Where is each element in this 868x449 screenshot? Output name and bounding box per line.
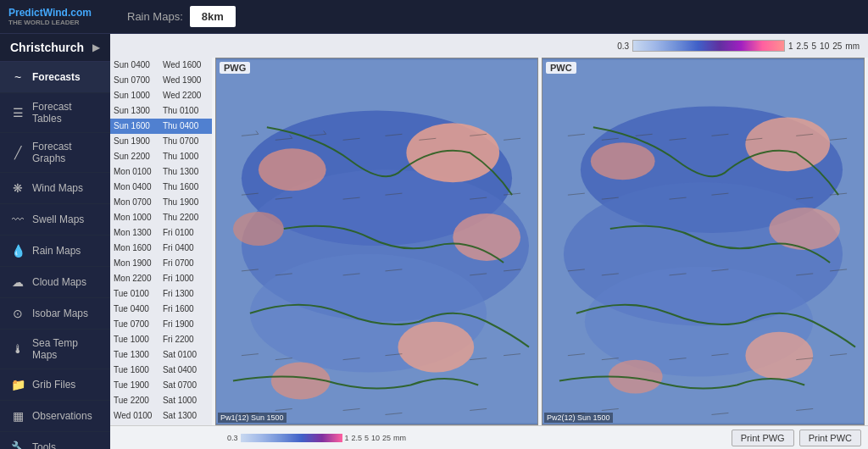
time-left-17: Tue 0700 (114, 319, 163, 330)
scale-val-1: 0.3 (617, 42, 629, 51)
time-row-1[interactable]: Sun 0700 Wed 1900 (110, 73, 212, 88)
sidebar-item-forecasts[interactable]: ~ Forecasts (0, 62, 110, 93)
map-footer-pwc: Pw2(12) Sun 1500 (544, 413, 613, 423)
time-row-3[interactable]: Sun 1300 Thu 0100 (110, 103, 212, 119)
sidebar-item-isobar-maps[interactable]: ⊙ Isobar Maps (0, 298, 110, 330)
time-right-21: Sat 0700 (163, 380, 209, 391)
location-name: Christchurch (10, 41, 84, 54)
map-footer-pwg: Pw1(12) Sun 1500 (218, 413, 287, 423)
sidebar-item-sea-temp-maps[interactable]: 🌡 Sea Temp Maps (0, 330, 110, 369)
time-right-16: Fri 1600 (163, 303, 209, 315)
sea-temp-maps-icon: 🌡 (10, 341, 25, 357)
time-row-8[interactable]: Mon 0400 Thu 1600 (110, 180, 212, 195)
map-label-pwg: PWG (220, 62, 250, 74)
content-area: 0.3 1 2.5 5 10 25 mm Sun 0400 Wed 1600 S… (110, 34, 868, 449)
time-row-23[interactable]: Wed 0100 Sat 1300 (110, 408, 212, 424)
time-left-8: Mon 0400 (114, 181, 163, 193)
time-row-19[interactable]: Tue 1300 Sat 0100 (110, 347, 212, 363)
scale-val-2: 1 (788, 42, 793, 51)
rain-maps-icon: 💧 (10, 243, 25, 258)
sidebar-label-forecasts: Forecasts (32, 71, 81, 83)
time-left-1: Sun 0700 (114, 75, 163, 86)
scale-gradient (632, 40, 785, 52)
time-row-4[interactable]: Sun 1600 Thu 0400 (110, 119, 212, 134)
sidebar-item-grib-files[interactable]: 📁 Grib Files (0, 369, 110, 401)
time-right-18: Fri 2200 (163, 334, 209, 346)
sidebar-item-forecast-graphs[interactable]: ╱ Forecast Graphs (0, 133, 110, 173)
time-left-21: Tue 1900 (114, 380, 163, 391)
sidebar-label-isobar-maps: Isobar Maps (32, 308, 88, 319)
logo-sub: THE WORLD LEADER (8, 19, 110, 27)
time-row-17[interactable]: Tue 0700 Fri 1900 (110, 317, 212, 332)
svg-point-8 (398, 322, 474, 373)
sidebar-item-wind-maps[interactable]: ❋ Wind Maps (0, 173, 110, 204)
swell-maps-icon: 〰 (10, 212, 25, 227)
tools-icon: 🔧 (10, 440, 25, 449)
sidebar-item-forecast-tables[interactable]: ☰ Forecast Tables (0, 93, 110, 133)
bottom-scale-val1: 0.3 (227, 434, 238, 442)
bottom-scale-gradient (241, 434, 342, 442)
sidebar-label-grib-files: Grib Files (32, 379, 75, 391)
time-row-6[interactable]: Sun 2200 Thu 1000 (110, 149, 212, 164)
time-row-18[interactable]: Tue 1000 Fri 2200 (110, 332, 212, 347)
sidebar-label-rain-maps: Rain Maps (32, 245, 81, 257)
sidebar-label-wind-maps: Wind Maps (32, 182, 83, 194)
sidebar-item-cloud-maps[interactable]: ☁ Cloud Maps (0, 267, 110, 298)
time-row-20[interactable]: Tue 1600 Sat 0400 (110, 363, 212, 378)
sidebar-item-tools[interactable]: 🔧 Tools (0, 432, 110, 449)
scale-val-4: 5 (812, 42, 817, 51)
location-header[interactable]: Christchurch ▶ (0, 34, 110, 62)
time-row-12[interactable]: Mon 1600 Fri 0400 (110, 241, 212, 256)
time-row-21[interactable]: Tue 1900 Sat 0700 (110, 378, 212, 393)
time-row-16[interactable]: Tue 0400 Fri 1600 (110, 302, 212, 317)
time-left-0: Sun 0400 (114, 59, 163, 71)
time-row-15[interactable]: Tue 0100 Fri 1300 (110, 286, 212, 302)
time-row-22[interactable]: Tue 2200 Sat 1000 (110, 393, 212, 408)
main-area: Christchurch ▶ ~ Forecasts ☰ Forecast Ta… (0, 34, 868, 449)
scale-unit: mm (845, 42, 860, 51)
time-right-22: Sat 1000 (163, 395, 209, 407)
map-label-pwc: PWC (546, 62, 576, 74)
bottom-scale-val2: 1 (345, 434, 349, 442)
sidebar-label-tools: Tools (32, 441, 56, 449)
time-row-9[interactable]: Mon 0700 Thu 1900 (110, 195, 212, 210)
time-left-18: Tue 1000 (114, 334, 163, 346)
scale-val-5: 10 (820, 42, 829, 51)
time-list[interactable]: Sun 0400 Wed 1600 Sun 0700 Wed 1900 Sun … (110, 58, 212, 425)
time-row-5[interactable]: Sun 1900 Thu 0700 (110, 134, 212, 149)
time-left-16: Tue 0400 (114, 303, 163, 315)
bottom-scale-unit: mm (393, 434, 406, 442)
time-right-20: Sat 0400 (163, 364, 209, 376)
sidebar-item-observations[interactable]: ▦ Observations (0, 401, 110, 432)
time-left-12: Mon 1600 (114, 242, 163, 254)
chevron-right-icon: ▶ (92, 42, 100, 53)
isobar-maps-icon: ⊙ (10, 306, 25, 321)
print-pwc-button[interactable]: Print PWC (799, 430, 861, 446)
time-left-2: Sun 1000 (114, 90, 163, 102)
sidebar: Christchurch ▶ ~ Forecasts ☰ Forecast Ta… (0, 34, 110, 449)
time-right-12: Fri 0400 (163, 242, 209, 254)
time-left-14: Mon 2200 (114, 273, 163, 285)
color-scale-bar: 0.3 1 2.5 5 10 25 mm (110, 34, 868, 58)
grib-files-icon: 📁 (10, 377, 25, 392)
time-right-9: Thu 1900 (163, 197, 209, 208)
bottom-scale-val4: 5 (364, 434, 369, 442)
time-right-23: Sat 1300 (163, 410, 209, 422)
svg-point-48 (745, 117, 830, 171)
time-right-10: Thu 2200 (163, 212, 209, 224)
time-row-7[interactable]: Mon 0100 Thu 1300 (110, 164, 212, 180)
time-left-10: Mon 1000 (114, 212, 163, 224)
time-row-0[interactable]: Sun 0400 Wed 1600 (110, 58, 212, 73)
time-row-2[interactable]: Sun 1000 Wed 2200 (110, 88, 212, 103)
tab-8km[interactable]: 8km (190, 6, 236, 27)
time-row-13[interactable]: Mon 1900 Fri 0700 (110, 256, 212, 271)
sidebar-item-rain-maps[interactable]: 💧 Rain Maps (0, 236, 110, 267)
time-row-10[interactable]: Mon 1000 Thu 2200 (110, 210, 212, 225)
time-left-20: Tue 1600 (114, 364, 163, 376)
time-left-13: Mon 1900 (114, 258, 163, 269)
print-pwg-button[interactable]: Print PWG (732, 430, 794, 446)
svg-point-4 (406, 123, 499, 182)
sidebar-item-swell-maps[interactable]: 〰 Swell Maps (0, 204, 110, 236)
time-row-11[interactable]: Mon 1300 Fri 0100 (110, 225, 212, 241)
time-row-14[interactable]: Mon 2200 Fri 1000 (110, 271, 212, 286)
